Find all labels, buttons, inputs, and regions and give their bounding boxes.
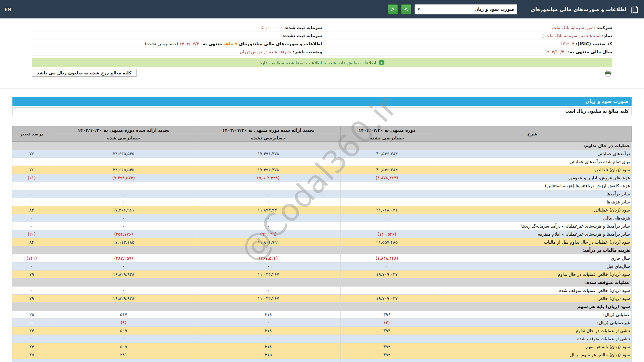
- nav-back-button[interactable]: <: [388, 4, 398, 14]
- row-value-current: ۰: [341, 262, 433, 270]
- row-value-restated-annual: ۱۶,۸۲۹,۹۲۸: [51, 295, 196, 303]
- row-percent-change: ۷۹: [12, 270, 51, 279]
- row-value-restated-interim: ۳۱۸: [196, 343, 341, 351]
- row-percent-change: ۸۳: [12, 238, 51, 246]
- row-value-current: ۰: [341, 182, 433, 190]
- statement-select-value: صورت سود و زیان: [474, 7, 514, 12]
- tools-row: کلیه مبالغ درج شده به میلیون ریال می باش…: [32, 69, 612, 77]
- row-percent-change: (۲۰): [12, 230, 51, 238]
- table-row: سایر درآمدها و هزینه‌های غیرعملیاتی- درآ…: [12, 222, 632, 230]
- table-body: عملیات در حال تداوم: درآمدهای عملیاتی ۳۰…: [12, 142, 632, 362]
- table-row: سال جاری (۱,۸۴۸,۴۴۸) (۷۶۷,۵۲۴) (۲۸۲,۲۵۷)…: [12, 254, 632, 262]
- row-percent-change: (۶۱): [12, 174, 51, 182]
- table-row: هزینه کاهش ارزش دریافتنی‌ها (هزینه استثن…: [12, 182, 632, 190]
- table-row: عملیاتی (ریال) ۳۹۶ ۳۱۸ ۵۱۷ ۲۵: [12, 311, 632, 319]
- row-value-restated-interim: ۳۱۵: [196, 351, 341, 359]
- row-description: هزینه‌های مالی: [433, 214, 632, 222]
- row-percent-change: [12, 303, 51, 311]
- page-title: اطلاعات و صورت‌های مالی میاندوره‌ای: [531, 6, 627, 12]
- nav-forward-button[interactable]: >: [401, 4, 411, 14]
- row-value-restated-annual: ۰: [51, 222, 196, 230]
- top-bar: اطلاعات و صورت‌های مالی میاندوره‌ای صورت…: [0, 0, 644, 18]
- company-info-row: شرکت: تامین سرمایه بانک ملت سرمایه ثبت ش…: [32, 24, 612, 32]
- print-icon[interactable]: [604, 69, 612, 77]
- row-percent-change: ۰: [12, 262, 51, 270]
- listing-status-value: پذیرفته شده در بورس تهران: [240, 49, 291, 54]
- row-percent-change: ۰: [12, 198, 51, 206]
- row-percent-change: [12, 246, 51, 254]
- row-value-restated-annual: (۲۸۲,۲۵۷): [51, 254, 196, 262]
- row-value-current: ۳۰,۵۴۶,۲۸۴: [341, 166, 433, 174]
- row-value-restated-interim: ۰: [196, 182, 341, 190]
- row-value-restated-annual: ۰: [51, 214, 196, 222]
- symbol-label: نماد:: [602, 33, 612, 38]
- report-icon: [630, 5, 639, 14]
- isic-field: کد صنعت (ISIC): ۶۷۱۹۰۴: [322, 40, 612, 48]
- row-value-restated-interim: ۰: [196, 158, 341, 166]
- row-value-restated-annual: ۴۸۱: [51, 351, 196, 359]
- row-percent-change: [12, 142, 51, 150]
- isic-value: ۶۷۱۹۰۴: [560, 41, 574, 46]
- row-value-current: [341, 279, 433, 287]
- row-percent-change: ۲۴: [12, 343, 51, 351]
- row-value-restated-annual: ۰: [51, 262, 196, 270]
- row-description: هزینه‌های فروش، اداری و عمومی: [433, 174, 632, 182]
- row-value-current: (۱,۸۴۸,۴۴۸): [341, 254, 433, 262]
- company-info-row: سال مالی منتهی به: ۱۴۰۴/۱۰/۳۰ وضعیت ناشر…: [32, 48, 612, 56]
- row-value-restated-interim: ۱۱,۸۰۱,۷۹۱: [196, 238, 341, 246]
- row-value-restated-interim: ۰: [196, 190, 341, 198]
- row-value-restated-interim: ۰: [196, 198, 341, 206]
- row-value-restated-interim: (۹۲,۱۳۹): [196, 230, 341, 238]
- row-value-restated-interim: ۰: [196, 335, 341, 343]
- row-value-restated-interim: ۰: [196, 222, 341, 230]
- row-value-current: ۳۹۴: [341, 327, 433, 335]
- statement-title-bar: صورت سود و زیان: [12, 97, 632, 106]
- row-description: هزینه کاهش ارزش دریافتنی‌ها (هزینه استثن…: [433, 182, 632, 190]
- row-percent-change: ۰: [12, 222, 51, 230]
- row-value-current: [341, 303, 433, 311]
- report-period-date: ۱۴۰۴/۰۷/۳۰: [179, 41, 201, 46]
- row-percent-change: --: [12, 319, 51, 327]
- listing-status-label: وضعیت ناشر:: [293, 49, 322, 54]
- row-value-restated-annual: ۰: [51, 198, 196, 206]
- row-percent-change: ۰: [12, 182, 51, 190]
- row-value-restated-annual: (۲۵۴,۷۷۶): [51, 230, 196, 238]
- company-field: شرکت: تامین سرمایه بانک ملت: [322, 24, 612, 32]
- row-description: [433, 359, 632, 362]
- amounts-unit-note-box: کلیه مبالغ درج شده به میلیون ریال می باش…: [32, 69, 137, 77]
- row-value-restated-annual: ۰: [51, 190, 196, 198]
- registered-capital-field: سرمایه ثبت شده: ۵۰,۰۰۰,۰۰۰: [32, 24, 322, 32]
- table-row: هزینه‌های فروش، اداری و عمومی (۸,۸۷۸,۲۶۳…: [12, 174, 632, 182]
- row-description: سایر درآمدها و هزینه‌های غیرعملیاتی- درآ…: [433, 222, 632, 230]
- table-row: سایر هزینه‌ها ۰ ۰ ۰ ۰: [12, 198, 632, 206]
- row-description: عملیات متوقف شده:: [433, 279, 632, 287]
- row-value-restated-annual: ۱۷,۱۱۲,۱۸۵: [51, 238, 196, 246]
- row-value-current: (۸,۸۷۸,۲۶۳): [341, 174, 433, 182]
- column-subheader-restated-annual-audit: حسابرسی شده: [51, 134, 196, 142]
- row-percent-change: ۲۵: [12, 311, 51, 319]
- report-period-mid: منتهی به: [203, 41, 222, 46]
- table-row: عملیات در حال تداوم:: [12, 142, 632, 150]
- statement-select[interactable]: صورت سود و زیان ▼: [415, 4, 517, 14]
- income-statement-table: شرح دوره منتهی به ۱۴۰۴/۰۷/۳۰ تجدید ارائه…: [12, 126, 632, 362]
- row-value-restated-annual: ۵۱۷: [51, 311, 196, 319]
- language-toggle[interactable]: EN: [5, 7, 11, 12]
- row-value-current: ۱۹,۷۰۹,۰۳۷: [341, 270, 433, 279]
- table-row: هزینه مالیات بر درآمد:: [12, 246, 632, 254]
- row-value-current: [341, 246, 433, 254]
- column-header-description: شرح: [433, 126, 632, 142]
- row-percent-change: ۰: [12, 335, 51, 343]
- row-value-restated-annual: [51, 279, 196, 287]
- row-value-restated-interim: [196, 279, 341, 287]
- report-period-prefix: اطلاعات و صورت‌های مالی میاندوره‌ای: [239, 41, 322, 46]
- row-value-restated-annual: (۷,۲۹۸,۵۷۴): [51, 174, 196, 182]
- row-value-restated-annual: ۱۶,۸۲۹,۹۲۸: [51, 270, 196, 279]
- row-value-restated-annual: (۸): [51, 319, 196, 327]
- row-description: سایر هزینه‌ها: [433, 198, 632, 206]
- row-description: عملیات در حال تداوم:: [433, 142, 632, 150]
- registered-capital-value: ۵۰,۰۰۰,۰۰۰: [261, 25, 283, 30]
- table-row: هزینه‌های مالی ۰ ۰ ۰ ۰: [12, 214, 632, 222]
- row-percent-change: [12, 279, 51, 287]
- row-description: سود (زیان) ناخالص: [433, 166, 632, 174]
- row-value-restated-annual: ۰: [51, 158, 196, 166]
